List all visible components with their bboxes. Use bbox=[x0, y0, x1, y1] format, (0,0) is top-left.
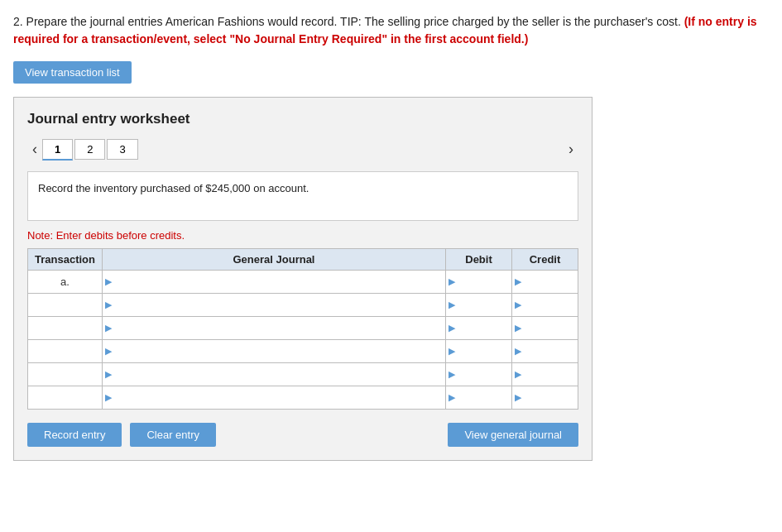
col-header-credit: Credit bbox=[512, 249, 578, 271]
table-row: ▶ ▶ ▶ bbox=[28, 294, 578, 317]
gj-input-1[interactable] bbox=[114, 271, 445, 293]
tab-navigation: ‹ 1 2 3 › bbox=[27, 137, 578, 161]
debit-cell-3: ▶ bbox=[446, 317, 512, 340]
col-header-debit: Debit bbox=[446, 249, 512, 271]
gj-cell-2: ▶ bbox=[103, 294, 446, 317]
gj-cell-1: ▶ bbox=[103, 271, 446, 294]
worksheet-title: Journal entry worksheet bbox=[27, 111, 578, 127]
credit-input-4[interactable] bbox=[524, 340, 578, 362]
debit-cell-4: ▶ bbox=[446, 340, 512, 363]
credit-cell-3: ▶ bbox=[512, 317, 578, 340]
question-text: Prepare the journal entries American Fas… bbox=[26, 15, 681, 28]
prev-tab-arrow[interactable]: ‹ bbox=[27, 137, 42, 161]
view-general-journal-button[interactable]: View general journal bbox=[448, 423, 578, 447]
debit-cell-2: ▶ bbox=[446, 294, 512, 317]
credit-input-5[interactable] bbox=[524, 363, 578, 386]
question-header: 2. Prepare the journal entries American … bbox=[13, 13, 769, 48]
journal-table: Transaction General Journal Debit Credit… bbox=[27, 248, 578, 410]
gj-cell-4: ▶ bbox=[103, 340, 446, 363]
transaction-label-5 bbox=[28, 363, 103, 386]
credit-input-1[interactable] bbox=[524, 271, 578, 293]
debit-input-2[interactable] bbox=[458, 294, 511, 316]
credit-cell-1: ▶ bbox=[512, 271, 578, 294]
transaction-description: Record the inventory purchased of $245,0… bbox=[27, 171, 578, 221]
credit-arrow-4: ▶ bbox=[512, 346, 524, 357]
debit-arrow-6: ▶ bbox=[446, 392, 458, 403]
record-entry-button[interactable]: Record entry bbox=[27, 423, 122, 447]
gj-cell-5: ▶ bbox=[103, 363, 446, 386]
gj-arrow-6: ▶ bbox=[103, 392, 114, 403]
credit-arrow-5: ▶ bbox=[512, 369, 524, 380]
credit-input-6[interactable] bbox=[524, 386, 578, 409]
transaction-label-2 bbox=[28, 294, 103, 317]
table-row: ▶ ▶ ▶ bbox=[28, 363, 578, 386]
transaction-label-6 bbox=[28, 386, 103, 410]
transaction-label-1: a. bbox=[28, 271, 103, 294]
gj-arrow-3: ▶ bbox=[103, 323, 114, 333]
gj-input-3[interactable] bbox=[114, 317, 445, 339]
debit-arrow-3: ▶ bbox=[446, 323, 458, 333]
debit-input-5[interactable] bbox=[458, 363, 511, 386]
debit-input-6[interactable] bbox=[458, 386, 511, 409]
credit-arrow-1: ▶ bbox=[512, 276, 524, 287]
note-text: Note: Enter debits before credits. bbox=[27, 229, 578, 242]
table-row: ▶ ▶ ▶ bbox=[28, 386, 578, 410]
tab-1[interactable]: 1 bbox=[42, 139, 73, 161]
debit-input-4[interactable] bbox=[458, 340, 511, 362]
transaction-label-4 bbox=[28, 340, 103, 363]
credit-input-3[interactable] bbox=[524, 317, 578, 339]
gj-arrow-1: ▶ bbox=[103, 276, 114, 287]
gj-arrow-2: ▶ bbox=[103, 300, 114, 310]
gj-arrow-4: ▶ bbox=[103, 346, 114, 357]
debit-cell-5: ▶ bbox=[446, 363, 512, 386]
button-row: Record entry Clear entry View general jo… bbox=[27, 423, 578, 447]
gj-cell-3: ▶ bbox=[103, 317, 446, 340]
credit-input-2[interactable] bbox=[524, 294, 578, 316]
debit-arrow-2: ▶ bbox=[446, 300, 458, 310]
credit-cell-4: ▶ bbox=[512, 340, 578, 363]
gj-input-4[interactable] bbox=[114, 340, 445, 362]
debit-cell-1: ▶ bbox=[446, 271, 512, 294]
debit-input-1[interactable] bbox=[458, 271, 511, 293]
debit-arrow-4: ▶ bbox=[446, 346, 458, 357]
table-row: ▶ ▶ ▶ bbox=[28, 317, 578, 340]
col-header-transaction: Transaction bbox=[28, 249, 103, 271]
gj-input-2[interactable] bbox=[114, 294, 445, 316]
credit-arrow-2: ▶ bbox=[512, 300, 524, 310]
debit-input-3[interactable] bbox=[458, 317, 511, 339]
tab-2[interactable]: 2 bbox=[74, 139, 105, 160]
view-transaction-button[interactable]: View transaction list bbox=[13, 61, 132, 84]
question-number: 2. bbox=[13, 15, 23, 28]
debit-arrow-5: ▶ bbox=[446, 369, 458, 380]
credit-cell-2: ▶ bbox=[512, 294, 578, 317]
transaction-label-3 bbox=[28, 317, 103, 340]
gj-cell-6: ▶ bbox=[103, 386, 446, 410]
next-tab-arrow[interactable]: › bbox=[564, 137, 578, 161]
credit-cell-5: ▶ bbox=[512, 363, 578, 386]
debit-cell-6: ▶ bbox=[446, 386, 512, 410]
debit-arrow-1: ▶ bbox=[446, 276, 458, 287]
gj-input-5[interactable] bbox=[114, 363, 445, 386]
credit-cell-6: ▶ bbox=[512, 386, 578, 410]
worksheet-container: Journal entry worksheet ‹ 1 2 3 › Record… bbox=[13, 97, 592, 461]
tab-3[interactable]: 3 bbox=[107, 139, 137, 160]
table-row: ▶ ▶ ▶ bbox=[28, 340, 578, 363]
table-row: a. ▶ ▶ ▶ bbox=[28, 271, 578, 294]
credit-arrow-6: ▶ bbox=[512, 392, 524, 403]
col-header-gj: General Journal bbox=[103, 249, 446, 271]
gj-arrow-5: ▶ bbox=[103, 369, 114, 380]
clear-entry-button[interactable]: Clear entry bbox=[130, 423, 216, 447]
credit-arrow-3: ▶ bbox=[512, 323, 524, 333]
gj-input-6[interactable] bbox=[114, 386, 445, 409]
